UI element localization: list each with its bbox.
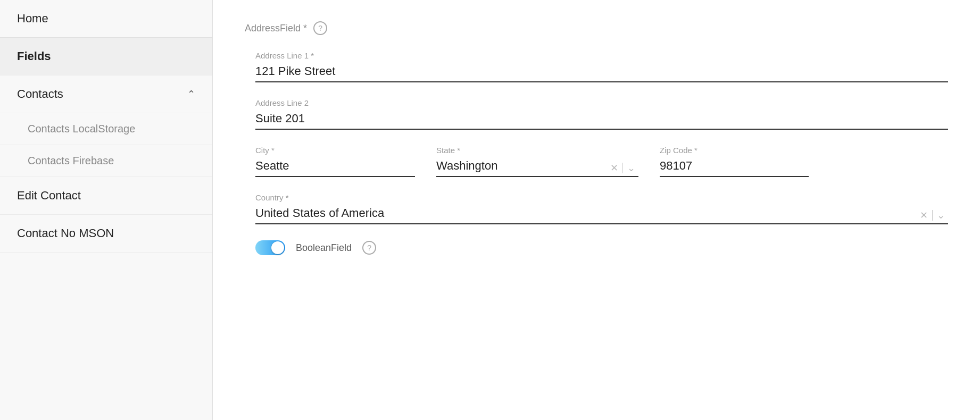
sidebar: Home Fields Contacts ⌃ Contacts LocalSto…	[0, 0, 213, 420]
state-dropdown-button[interactable]: ⌄	[624, 162, 638, 174]
country-label: Country *	[255, 193, 948, 202]
sidebar-item-contacts-localstorage-label: Contacts LocalStorage	[28, 123, 135, 135]
zip-input[interactable]	[660, 159, 809, 177]
country-clear-icon: ✕	[920, 209, 928, 221]
zip-field: Zip Code *	[660, 146, 809, 177]
address-line2-row: Address Line 2	[255, 98, 948, 130]
sidebar-item-contact-no-mson[interactable]: Contact No MSON	[0, 215, 212, 253]
city-input[interactable]	[255, 159, 415, 177]
country-control-divider	[932, 210, 933, 221]
zip-label: Zip Code *	[660, 146, 809, 155]
country-input[interactable]	[255, 206, 948, 224]
boolean-field-section: BooleanField ?	[255, 240, 948, 255]
address-line1-row: Address Line 1 *	[255, 51, 948, 82]
state-label: State *	[436, 146, 638, 155]
address-line2-input[interactable]	[255, 112, 948, 130]
country-clear-button[interactable]: ✕	[917, 209, 931, 221]
sidebar-item-contact-no-mson-label: Contact No MSON	[17, 226, 114, 240]
city-field: City *	[255, 146, 415, 177]
country-chevron-down-icon: ⌄	[937, 209, 945, 221]
boolean-field-label: BooleanField	[296, 242, 352, 254]
sidebar-item-contacts-firebase-label: Contacts Firebase	[28, 155, 114, 166]
address-field-title: AddressField *	[245, 23, 307, 34]
sidebar-item-fields[interactable]: Fields	[0, 38, 212, 75]
state-chevron-down-icon: ⌄	[627, 162, 635, 174]
toggle-thumb	[271, 241, 284, 254]
state-input-wrapper: ✕ ⌄	[436, 159, 638, 177]
country-row: Country * ✕ ⌄	[255, 193, 948, 224]
sidebar-item-fields-label: Fields	[17, 49, 51, 63]
sidebar-item-contacts[interactable]: Contacts ⌃	[0, 75, 212, 113]
state-field: State * ✕ ⌄	[436, 146, 638, 177]
main-content: AddressField * ? Address Line 1 * Addres…	[213, 0, 980, 420]
sidebar-item-edit-contact-label: Edit Contact	[17, 189, 81, 202]
state-clear-button[interactable]: ✕	[607, 162, 621, 174]
city-label: City *	[255, 146, 415, 155]
sidebar-item-contacts-localstorage[interactable]: Contacts LocalStorage	[0, 113, 212, 145]
state-control-divider	[622, 163, 623, 173]
country-controls: ✕ ⌄	[917, 209, 948, 221]
country-dropdown-button[interactable]: ⌄	[934, 209, 948, 221]
sidebar-item-home-label: Home	[17, 12, 48, 25]
toggle-track[interactable]	[255, 240, 285, 255]
chevron-up-icon: ⌃	[187, 88, 195, 100]
boolean-toggle[interactable]	[255, 240, 285, 255]
state-controls: ✕ ⌄	[607, 162, 638, 174]
city-state-zip-row: City * State * ✕ ⌄	[255, 146, 948, 177]
sidebar-item-contacts-label: Contacts	[17, 87, 63, 101]
sidebar-item-edit-contact[interactable]: Edit Contact	[0, 177, 212, 215]
country-input-wrapper: ✕ ⌄	[255, 206, 948, 224]
address-line2-label: Address Line 2	[255, 98, 948, 107]
sidebar-item-contacts-firebase[interactable]: Contacts Firebase	[0, 145, 212, 177]
sidebar-item-home[interactable]: Home	[0, 0, 212, 38]
address-field-header: AddressField * ?	[245, 21, 948, 35]
address-line1-input[interactable]	[255, 64, 948, 82]
address-field-help-icon[interactable]: ?	[313, 21, 327, 35]
state-clear-icon: ✕	[610, 162, 618, 174]
address-form: Address Line 1 * Address Line 2 City * S…	[255, 51, 948, 255]
boolean-field-help-icon[interactable]: ?	[362, 241, 376, 255]
address-line1-label: Address Line 1 *	[255, 51, 948, 60]
